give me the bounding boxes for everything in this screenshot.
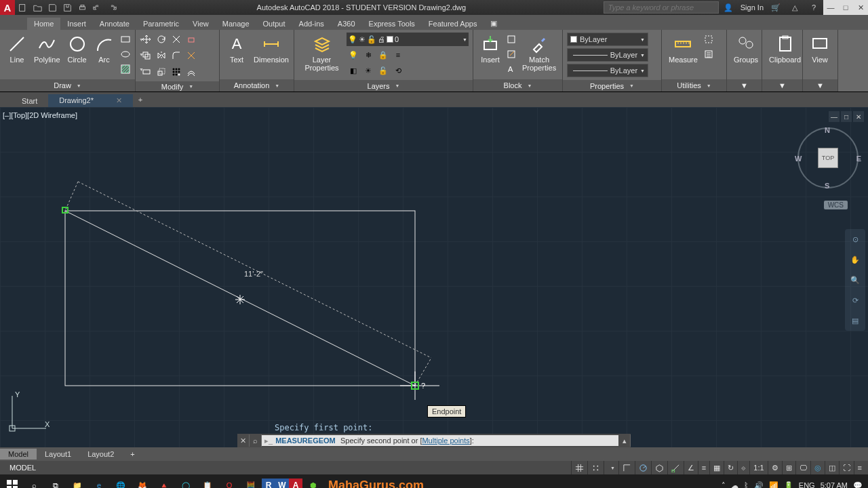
cmdline-expand-icon[interactable]: ▴	[618, 434, 631, 447]
tab-home[interactable]: Home	[27, 18, 60, 30]
offset-icon[interactable]	[184, 65, 198, 79]
undo-icon[interactable]	[90, 0, 104, 15]
hatch-icon[interactable]	[119, 62, 132, 76]
autocad-taskbar-icon[interactable]: A	[289, 479, 302, 488]
groups-button[interactable]: Groups	[731, 33, 761, 65]
app-icon[interactable]: A	[0, 0, 15, 15]
monitor-icon[interactable]: 🖵	[795, 461, 810, 474]
line-button[interactable]: Line	[4, 33, 30, 65]
transparency-toggle[interactable]: ▦	[709, 461, 724, 474]
snap-menu[interactable]	[604, 461, 618, 474]
layer-prev-icon[interactable]: ⟲	[391, 64, 405, 77]
tab-insert[interactable]: Insert	[60, 18, 93, 30]
select-all-icon[interactable]	[702, 33, 715, 46]
scale-icon[interactable]	[155, 65, 168, 79]
create-block-icon[interactable]	[505, 33, 518, 46]
rectangle-icon[interactable]	[119, 33, 132, 46]
mirror-icon[interactable]	[155, 49, 168, 62]
tab-addins[interactable]: Add-ins	[292, 18, 331, 30]
tray-clock[interactable]: 5:07 AM	[821, 481, 848, 488]
tray-notif-icon[interactable]: 💬	[853, 481, 863, 489]
viewcube-top[interactable]: TOP	[818, 148, 838, 168]
calc-icon[interactable]: 🧮	[240, 475, 262, 488]
panel-annotation-title[interactable]: Annotation	[220, 79, 294, 92]
app-icon-2[interactable]: 📋	[197, 475, 218, 488]
trim-icon[interactable]	[170, 33, 183, 46]
snap-toggle[interactable]	[587, 461, 604, 474]
match-properties-button[interactable]: Match Properties	[519, 33, 559, 73]
revit-icon[interactable]: R	[262, 479, 275, 488]
layer-iso-icon[interactable]: ◧	[347, 64, 360, 77]
isolate-icon[interactable]: ◫	[825, 461, 839, 474]
panel-view-expand[interactable]: ▼	[803, 79, 837, 92]
tray-bt-icon[interactable]: ᛒ	[744, 481, 749, 488]
firefox-icon[interactable]: 🦊	[132, 475, 153, 488]
command-input[interactable]: ▸_ MEASUREGEOM Specify second point or […	[262, 435, 618, 446]
a360-icon[interactable]: △	[788, 1, 802, 14]
panel-clipboard-expand[interactable]: ▼	[762, 79, 802, 92]
layer-thaw-icon[interactable]: ☀	[361, 64, 375, 77]
viewcube[interactable]: N W E S TOP	[797, 127, 859, 188]
app-icon-1[interactable]: ◯	[175, 475, 197, 488]
osnap-toggle[interactable]	[667, 461, 684, 474]
maximize-button[interactable]: □	[838, 0, 853, 15]
layout1-tab[interactable]: Layout1	[37, 449, 79, 460]
gear-icon[interactable]: ⚙	[768, 461, 782, 474]
fillet-icon[interactable]	[170, 49, 183, 62]
opera-icon[interactable]: O	[218, 475, 240, 488]
layer-unlock-icon[interactable]: 🔓	[376, 64, 390, 77]
showmotion-icon[interactable]: ▤	[848, 313, 863, 328]
quick-calc-icon[interactable]	[702, 47, 715, 61]
layer-lock-icon[interactable]: 🔒	[376, 48, 390, 62]
polyline-button[interactable]: Polyline	[31, 33, 63, 65]
clipboard-button[interactable]: Clipboard	[766, 33, 804, 65]
file-tab-drawing2[interactable]: Drawing2* ✕	[48, 94, 133, 107]
layout-add[interactable]: +	[122, 449, 142, 460]
model-tab[interactable]: Model	[0, 449, 37, 460]
file-tab-start[interactable]: Start	[11, 95, 48, 107]
tab-manage[interactable]: Manage	[216, 18, 256, 30]
print-icon[interactable]	[75, 0, 90, 15]
save-icon[interactable]	[45, 0, 60, 15]
tray-net-icon[interactable]: 📶	[769, 481, 778, 489]
edit-block-icon[interactable]	[505, 47, 518, 61]
search-taskbar-icon[interactable]: ⌕	[23, 475, 45, 488]
panel-block-title[interactable]: Block	[473, 79, 562, 92]
insert-button[interactable]: Insert	[477, 33, 503, 65]
start-icon[interactable]	[1, 475, 23, 488]
otrack-toggle[interactable]: ∠	[684, 461, 698, 474]
search-input[interactable]	[604, 1, 719, 14]
tab-annotate[interactable]: Annotate	[93, 18, 136, 30]
word-icon[interactable]: W	[275, 479, 289, 488]
ellipse-icon[interactable]	[119, 47, 132, 61]
cmdline-options-icon[interactable]: ⌕	[250, 434, 262, 447]
file-tab-new[interactable]: +	[133, 92, 148, 107]
erase-icon[interactable]	[184, 33, 198, 46]
measure-button[interactable]: Measure	[666, 33, 701, 65]
lwt-toggle[interactable]: ≡	[698, 461, 709, 474]
customize-icon[interactable]: ≡	[854, 461, 865, 474]
cmdline-close-icon[interactable]: ✕	[237, 434, 250, 447]
signin-label[interactable]: Sign In	[741, 3, 764, 12]
tab-expresstools[interactable]: Express Tools	[362, 18, 422, 30]
signin-icon[interactable]: 👤	[722, 1, 735, 14]
polar-toggle[interactable]	[635, 461, 651, 474]
view-button[interactable]: View	[807, 33, 833, 65]
model-indicator[interactable]: MODEL	[3, 464, 43, 472]
tab-parametric[interactable]: Parametric	[136, 18, 186, 30]
taskview-icon[interactable]: ⧉	[45, 475, 66, 488]
layer-freeze-icon[interactable]: ❄	[361, 48, 375, 62]
new-icon[interactable]	[15, 0, 30, 15]
isodraft-toggle[interactable]	[651, 461, 667, 474]
panel-utilities-title[interactable]: Utilities	[662, 79, 726, 92]
tray-vol-icon[interactable]: 🔊	[754, 481, 764, 489]
grid-toggle[interactable]	[571, 461, 587, 474]
panel-draw-title[interactable]: Draw	[0, 79, 135, 92]
arc-button[interactable]: Arc	[92, 33, 117, 65]
tray-lang-icon[interactable]: ENG	[799, 481, 815, 488]
cleanscreen-icon[interactable]: ⛶	[839, 461, 854, 474]
redo-icon[interactable]	[104, 0, 119, 15]
layer-dropdown[interactable]: 💡☀🔓🖨0▼	[347, 33, 469, 46]
layer-match-icon[interactable]: ≡	[391, 48, 405, 62]
move-icon[interactable]	[140, 33, 153, 46]
